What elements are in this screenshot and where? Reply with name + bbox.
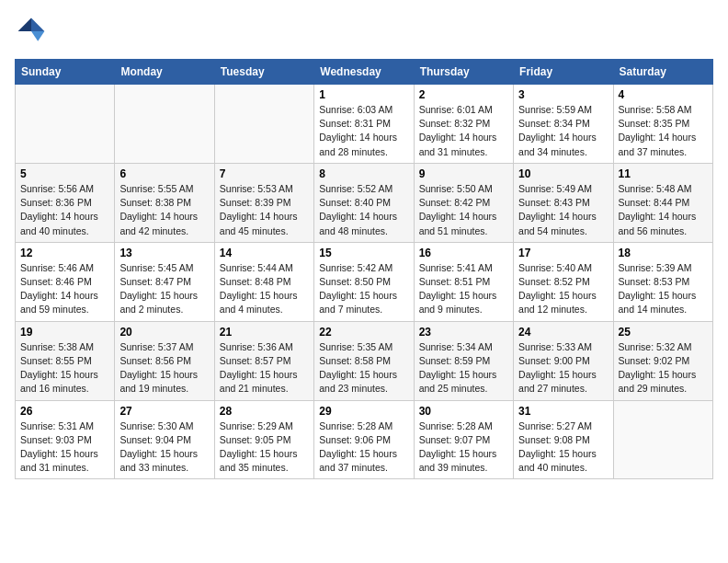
day-number: 24 xyxy=(518,326,608,339)
day-info: Sunrise: 5:46 AMSunset: 8:46 PMDaylight:… xyxy=(20,261,109,317)
day-number: 12 xyxy=(20,247,109,259)
day-info: Sunrise: 5:31 AMSunset: 9:03 PMDaylight:… xyxy=(20,419,109,476)
day-info: Sunrise: 5:34 AMSunset: 8:59 PMDaylight:… xyxy=(419,340,508,396)
day-number: 7 xyxy=(220,167,309,180)
day-info: Sunrise: 5:42 AMSunset: 8:50 PMDaylight:… xyxy=(319,261,408,317)
column-header-saturday: Saturday xyxy=(613,60,712,85)
calendar-cell: 17Sunrise: 5:40 AMSunset: 8:52 PMDayligh… xyxy=(514,242,613,321)
calendar-cell: 23Sunrise: 5:34 AMSunset: 8:59 PMDayligh… xyxy=(414,321,513,400)
day-number: 28 xyxy=(220,405,309,418)
day-info: Sunrise: 6:03 AMSunset: 8:31 PMDaylight:… xyxy=(319,103,408,159)
calendar-cell: 11Sunrise: 5:48 AMSunset: 8:44 PMDayligh… xyxy=(613,163,712,242)
calendar-cell: 31Sunrise: 5:27 AMSunset: 9:08 PMDayligh… xyxy=(514,400,613,479)
day-number: 1 xyxy=(319,88,408,101)
day-info: Sunrise: 5:37 AMSunset: 8:56 PMDaylight:… xyxy=(119,340,209,396)
calendar-cell: 4Sunrise: 5:58 AMSunset: 8:35 PMDaylight… xyxy=(613,85,712,164)
day-number: 20 xyxy=(119,326,209,339)
day-info: Sunrise: 5:44 AMSunset: 8:48 PMDaylight:… xyxy=(220,261,309,317)
day-number: 30 xyxy=(419,405,508,418)
column-header-wednesday: Wednesday xyxy=(314,60,414,85)
column-header-monday: Monday xyxy=(115,60,214,85)
day-info: Sunrise: 5:35 AMSunset: 8:58 PMDaylight:… xyxy=(319,340,408,396)
day-info: Sunrise: 5:50 AMSunset: 8:42 PMDaylight:… xyxy=(419,182,508,238)
day-number: 18 xyxy=(619,247,708,259)
calendar-cell: 18Sunrise: 5:39 AMSunset: 8:53 PMDayligh… xyxy=(613,242,712,321)
day-number: 17 xyxy=(518,247,608,259)
calendar-header-row: SundayMondayTuesdayWednesdayThursdayFrid… xyxy=(16,60,713,85)
calendar-cell: 2Sunrise: 6:01 AMSunset: 8:32 PMDaylight… xyxy=(414,85,513,164)
calendar-cell: 16Sunrise: 5:41 AMSunset: 8:51 PMDayligh… xyxy=(414,242,513,321)
day-info: Sunrise: 5:45 AMSunset: 8:47 PMDaylight:… xyxy=(119,261,209,317)
calendar-cell: 1Sunrise: 6:03 AMSunset: 8:31 PMDaylight… xyxy=(314,85,414,164)
day-number: 21 xyxy=(220,326,309,339)
column-header-sunday: Sunday xyxy=(16,60,115,85)
calendar-cell: 21Sunrise: 5:36 AMSunset: 8:57 PMDayligh… xyxy=(214,321,313,400)
page-header xyxy=(15,15,713,48)
day-info: Sunrise: 5:55 AMSunset: 8:38 PMDaylight:… xyxy=(119,182,209,238)
day-info: Sunrise: 6:01 AMSunset: 8:32 PMDaylight:… xyxy=(419,103,508,159)
calendar-week-3: 12Sunrise: 5:46 AMSunset: 8:46 PMDayligh… xyxy=(16,242,713,321)
day-info: Sunrise: 5:39 AMSunset: 8:53 PMDaylight:… xyxy=(619,261,708,317)
day-info: Sunrise: 5:49 AMSunset: 8:43 PMDaylight:… xyxy=(518,182,608,238)
svg-marker-0 xyxy=(31,18,44,31)
day-number: 22 xyxy=(319,326,408,339)
day-number: 11 xyxy=(619,167,708,180)
logo xyxy=(15,15,51,48)
calendar-cell: 22Sunrise: 5:35 AMSunset: 8:58 PMDayligh… xyxy=(314,321,414,400)
day-number: 10 xyxy=(518,167,608,180)
calendar-cell xyxy=(16,85,115,164)
day-info: Sunrise: 5:52 AMSunset: 8:40 PMDaylight:… xyxy=(319,182,408,238)
day-number: 9 xyxy=(419,167,508,180)
day-number: 6 xyxy=(119,167,209,180)
day-info: Sunrise: 5:36 AMSunset: 8:57 PMDaylight:… xyxy=(220,340,309,396)
day-number: 5 xyxy=(20,167,109,180)
calendar-cell: 30Sunrise: 5:28 AMSunset: 9:07 PMDayligh… xyxy=(414,400,513,479)
day-number: 8 xyxy=(319,167,408,180)
day-info: Sunrise: 5:30 AMSunset: 9:04 PMDaylight:… xyxy=(119,419,209,476)
calendar-cell: 29Sunrise: 5:28 AMSunset: 9:06 PMDayligh… xyxy=(314,400,414,479)
day-number: 3 xyxy=(518,88,608,101)
calendar-cell: 5Sunrise: 5:56 AMSunset: 8:36 PMDaylight… xyxy=(16,163,115,242)
day-number: 19 xyxy=(20,326,109,339)
calendar-cell: 6Sunrise: 5:55 AMSunset: 8:38 PMDaylight… xyxy=(115,163,214,242)
day-number: 4 xyxy=(619,88,708,101)
day-info: Sunrise: 5:29 AMSunset: 9:05 PMDaylight:… xyxy=(220,419,309,476)
day-number: 31 xyxy=(518,405,608,418)
day-info: Sunrise: 5:58 AMSunset: 8:35 PMDaylight:… xyxy=(619,103,708,159)
day-number: 26 xyxy=(20,405,109,418)
day-number: 15 xyxy=(319,247,408,259)
day-number: 16 xyxy=(419,247,508,259)
calendar-cell: 13Sunrise: 5:45 AMSunset: 8:47 PMDayligh… xyxy=(115,242,214,321)
calendar-cell: 25Sunrise: 5:32 AMSunset: 9:02 PMDayligh… xyxy=(613,321,712,400)
calendar-cell: 7Sunrise: 5:53 AMSunset: 8:39 PMDaylight… xyxy=(214,163,313,242)
day-number: 2 xyxy=(419,88,508,101)
day-info: Sunrise: 5:53 AMSunset: 8:39 PMDaylight:… xyxy=(220,182,309,238)
svg-marker-2 xyxy=(18,18,31,31)
calendar-cell: 12Sunrise: 5:46 AMSunset: 8:46 PMDayligh… xyxy=(16,242,115,321)
day-info: Sunrise: 5:27 AMSunset: 9:08 PMDaylight:… xyxy=(518,419,608,476)
calendar-cell: 28Sunrise: 5:29 AMSunset: 9:05 PMDayligh… xyxy=(214,400,313,479)
calendar-cell: 27Sunrise: 5:30 AMSunset: 9:04 PMDayligh… xyxy=(115,400,214,479)
calendar-cell: 19Sunrise: 5:38 AMSunset: 8:55 PMDayligh… xyxy=(16,321,115,400)
day-info: Sunrise: 5:59 AMSunset: 8:34 PMDaylight:… xyxy=(518,103,608,159)
day-number: 29 xyxy=(319,405,408,418)
day-info: Sunrise: 5:40 AMSunset: 8:52 PMDaylight:… xyxy=(518,261,608,317)
calendar-week-1: 1Sunrise: 6:03 AMSunset: 8:31 PMDaylight… xyxy=(16,85,713,164)
calendar-cell: 20Sunrise: 5:37 AMSunset: 8:56 PMDayligh… xyxy=(115,321,214,400)
column-header-tuesday: Tuesday xyxy=(214,60,313,85)
calendar-cell: 14Sunrise: 5:44 AMSunset: 8:48 PMDayligh… xyxy=(214,242,313,321)
day-number: 27 xyxy=(119,405,209,418)
day-number: 25 xyxy=(619,326,708,339)
calendar-cell: 10Sunrise: 5:49 AMSunset: 8:43 PMDayligh… xyxy=(514,163,613,242)
day-info: Sunrise: 5:28 AMSunset: 9:07 PMDaylight:… xyxy=(419,419,508,476)
day-number: 14 xyxy=(220,247,309,259)
day-info: Sunrise: 5:28 AMSunset: 9:06 PMDaylight:… xyxy=(319,419,408,476)
day-info: Sunrise: 5:56 AMSunset: 8:36 PMDaylight:… xyxy=(20,182,109,238)
svg-marker-1 xyxy=(31,31,44,41)
calendar-cell: 3Sunrise: 5:59 AMSunset: 8:34 PMDaylight… xyxy=(514,85,613,164)
calendar-table: SundayMondayTuesdayWednesdayThursdayFrid… xyxy=(15,59,713,479)
day-number: 13 xyxy=(119,247,209,259)
day-info: Sunrise: 5:32 AMSunset: 9:02 PMDaylight:… xyxy=(619,340,708,396)
day-info: Sunrise: 5:33 AMSunset: 9:00 PMDaylight:… xyxy=(518,340,608,396)
day-info: Sunrise: 5:38 AMSunset: 8:55 PMDaylight:… xyxy=(20,340,109,396)
